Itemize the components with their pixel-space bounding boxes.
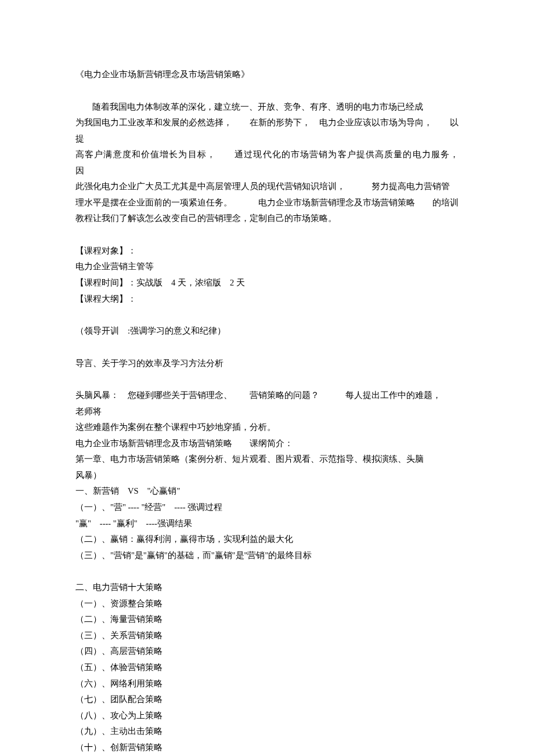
section-1-item-1: （一）、"营" ---- "经营" ---- 强调过程 [75,500,459,516]
section-1-item-1b: "赢" ---- "赢利" ----强调结果 [75,516,459,532]
brainstorm-line-2: 这些难题作为案例在整个课程中巧妙地穿插，分析。 [75,419,459,436]
chapter-1-title-2: 风暴） [75,471,102,480]
list-item: （三）、关系营销策略 [75,628,459,644]
leader-note: （领导开训 :强调学习的意义和纪律） [75,323,459,339]
list-item: （十）、创新营销策略 [75,740,459,756]
section-1-heading: 一、新营销 VS "心赢销" [75,483,459,500]
outline-intro: 电力企业市场新营销理念及市场营销策略 课纲简介： [75,436,459,452]
intro-line-5: 理水平是摆在企业面前的一项紧迫任务。 电力企业市场新营销理念及市场营销策略 的培… [75,198,459,207]
list-item: （七）、团队配合策略 [75,692,459,708]
list-item: （五）、体验营销策略 [75,660,459,676]
intro-paragraph: 随着我国电力体制改革的深化，建立统一、开放、竞争、有序、透明的电力市场已经成 为… [75,99,459,227]
chapter-1-title-1: 第一章、电力市场营销策略（案例分析、短片观看、图片观看、示范指导、模拟演练、头脑 [75,454,424,464]
course-target-label: 【课程对象】： [75,243,459,259]
preface: 导言、关于学习的效率及学习方法分析 [75,356,459,372]
section-1-item-3: （三）、"营销"是"赢销"的基础，而"赢销"是"营销"的最终目标 [75,548,459,564]
intro-line-3: 高客户满意度和价值增长为目标， 通过现代化的市场营销为客户提供高质量的电力服务，… [75,150,485,175]
list-item: （二）、海量营销策略 [75,612,459,628]
list-item: （一）、资源整合策略 [75,596,459,612]
list-item: （八）、攻心为上策略 [75,708,459,724]
section-1-item-2: （二）、赢销：赢得利润，赢得市场，实现利益的最大化 [75,531,459,548]
section-1: 一、新营销 VS "心赢销" （一）、"营" ---- "经营" ---- 强调… [75,483,459,563]
document-title: 《电力企业市场新营销理念及市场营销策略》 [75,67,459,83]
list-item: （九）、主动出击策略 [75,724,459,740]
intro-line-2: 为我国电力工业改革和发展的必然选择， 在新的形势下， 电力企业应该以市场为导向，… [75,118,459,143]
list-item: （六）、网络利用策略 [75,676,459,692]
brainstorm-block: 头脑风暴： 您碰到哪些关于营销理念、 营销策略的问题？ 每人提出工作中的难题， … [75,388,459,436]
course-time-label: 【课程时间】 [75,278,128,287]
intro-line-6: 教程让我们了解该怎么改变自己的营销理念，定制自己的市场策略。 [75,214,337,223]
brainstorm-line-1: 头脑风暴： 您碰到哪些关于营销理念、 营销策略的问题？ 每人提出工作中的难题， … [75,388,459,419]
section-2: 二、电力营销十大策略 （一）、资源整合策略 （二）、海量营销策略 （三）、关系营… [75,580,459,755]
course-time: 【课程时间】：实战版 4 天，浓缩版 2 天 [75,275,459,291]
course-outline-label: 【课程大纲】： [75,291,459,308]
chapter-1: 第一章、电力市场营销策略（案例分析、短片观看、图片观看、示范指导、模拟演练、头脑… [75,451,459,483]
course-target-value: 电力企业营销主管等 [75,259,459,275]
list-item: （四）、高层营销策略 [75,643,459,660]
section-2-heading: 二、电力营销十大策略 [75,580,459,596]
course-info-block: 【课程对象】： 电力企业营销主管等 【课程时间】：实战版 4 天，浓缩版 2 天… [75,243,459,307]
course-time-value: ：实战版 4 天，浓缩版 2 天 [128,278,245,287]
intro-line-4: 此强化电力企业广大员工尤其是中高层管理人员的现代营销知识培训， 努力提高电力营销… [75,182,450,191]
intro-line-1: 随着我国电力体制改革的深化，建立统一、开放、竞争、有序、透明的电力市场已经成 [92,102,423,111]
